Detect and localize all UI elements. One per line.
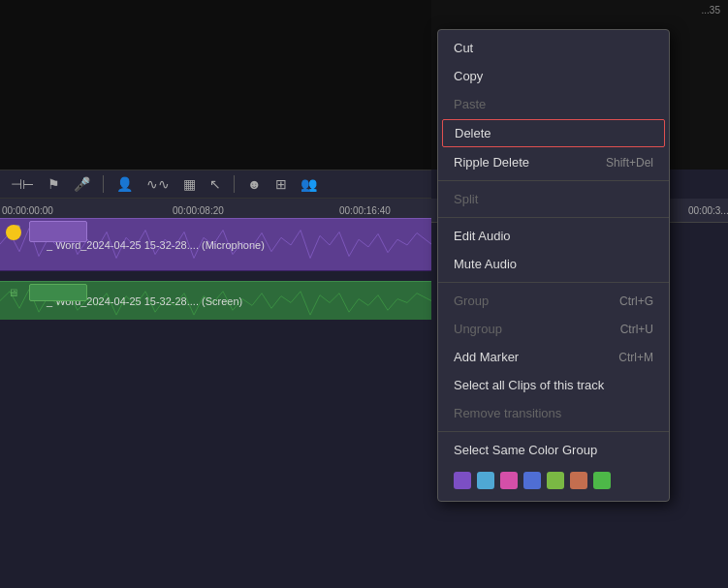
swatch-green[interactable]: [547, 472, 564, 489]
ruler-time-3: 00:00:3...: [688, 205, 728, 216]
audio-icon[interactable]: ∿∿: [143, 174, 173, 194]
menu-item-edit-audio-label: Edit Audio: [454, 229, 511, 243]
menu-item-select-all-clips-label: Select all Clips of this track: [454, 378, 604, 392]
ruler-time-0: 00:00:00:00: [2, 205, 53, 216]
menu-item-remove-transitions: Remove transitions: [438, 399, 669, 427]
grid-icon[interactable]: ▦: [180, 174, 199, 194]
menu-item-mute-audio-label: Mute Audio: [454, 257, 517, 271]
menu-item-add-marker-label: Add Marker: [454, 350, 519, 364]
preview-info: ...35: [702, 5, 720, 15]
menu-separator-1: [438, 180, 669, 181]
clip-thumb-green[interactable]: [29, 284, 87, 301]
menu-separator-4: [438, 431, 669, 432]
menu-item-group-label: Group: [454, 294, 489, 308]
marker-icon[interactable]: ⚑: [45, 174, 63, 194]
swatch-blue[interactable]: [477, 472, 494, 489]
clip-thumb-purple[interactable]: [29, 221, 87, 242]
swatch-pink[interactable]: [500, 472, 518, 489]
menu-item-add-marker-shortcut: Ctrl+M: [618, 351, 653, 364]
menu-item-ungroup-shortcut: Ctrl+U: [620, 323, 653, 336]
swatch-bright-green[interactable]: [593, 472, 611, 489]
menu-item-ungroup-label: Ungroup: [454, 322, 502, 336]
menu-separator-2: [438, 217, 669, 218]
swatch-orange[interactable]: [570, 472, 587, 489]
menu-separator-3: [438, 282, 669, 283]
menu-item-delete[interactable]: Delete: [442, 119, 665, 147]
swatch-purple[interactable]: [454, 472, 471, 489]
menu-item-copy-label: Copy: [454, 69, 483, 83]
menu-item-paste: Paste: [438, 90, 669, 118]
face-icon[interactable]: 👤: [113, 174, 136, 194]
context-menu: Cut Copy Paste Delete Ripple Delete Shif…: [437, 29, 670, 502]
menu-item-add-marker[interactable]: Add Marker Ctrl+M: [438, 343, 669, 371]
menu-item-paste-label: Paste: [454, 97, 486, 111]
menu-item-ripple-delete-shortcut: Shift+Del: [606, 156, 653, 170]
menu-item-split: Split: [438, 185, 669, 213]
menu-item-ungroup: Ungroup Ctrl+U: [438, 315, 669, 343]
menu-item-mute-audio[interactable]: Mute Audio: [438, 250, 669, 278]
preview-area-left: [0, 0, 431, 170]
menu-item-cut[interactable]: Cut: [438, 34, 669, 62]
ruler-time-2: 00:00:16:40: [339, 205, 391, 216]
split-tool-icon[interactable]: ⊣⊢: [8, 174, 37, 194]
menu-item-group-shortcut: Ctrl+G: [619, 294, 653, 308]
ruler-time-1: 00:00:08:20: [173, 205, 224, 216]
menu-item-remove-transitions-label: Remove transitions: [454, 406, 561, 420]
menu-item-ripple-delete-label: Ripple Delete: [454, 155, 529, 170]
menu-item-cut-label: Cut: [454, 41, 473, 55]
marker-yellow: [6, 225, 21, 240]
mic-tool-icon[interactable]: 🎤: [71, 174, 93, 194]
layout-icon[interactable]: ⊞: [272, 174, 290, 194]
menu-item-select-color-group[interactable]: Select Same Color Group: [438, 436, 669, 464]
menu-item-ripple-delete[interactable]: Ripple Delete Shift+Del: [438, 148, 669, 176]
screen-icon-track: 🖥: [8, 287, 18, 298]
cursor-icon[interactable]: ↖: [206, 174, 224, 194]
menu-item-split-label: Split: [454, 192, 478, 206]
menu-item-delete-label: Delete: [455, 126, 491, 140]
toolbar-separator-1: [103, 175, 104, 193]
menu-item-select-all-clips[interactable]: Select all Clips of this track: [438, 371, 669, 399]
menu-item-select-color-group-label: Select Same Color Group: [454, 443, 597, 457]
menu-item-copy[interactable]: Copy: [438, 62, 669, 90]
emoji-icon[interactable]: ☻: [244, 174, 265, 194]
toolbar: ⊣⊢ ⚑ 🎤 👤 ∿∿ ▦ ↖ ☻ ⊞ 👥: [0, 170, 431, 199]
users-icon[interactable]: 👥: [298, 174, 320, 194]
swatch-dark-blue[interactable]: [523, 472, 541, 489]
menu-item-edit-audio[interactable]: Edit Audio: [438, 222, 669, 250]
toolbar-separator-2: [234, 175, 235, 193]
color-swatches: [438, 464, 669, 497]
menu-item-group: Group Ctrl+G: [438, 287, 669, 315]
